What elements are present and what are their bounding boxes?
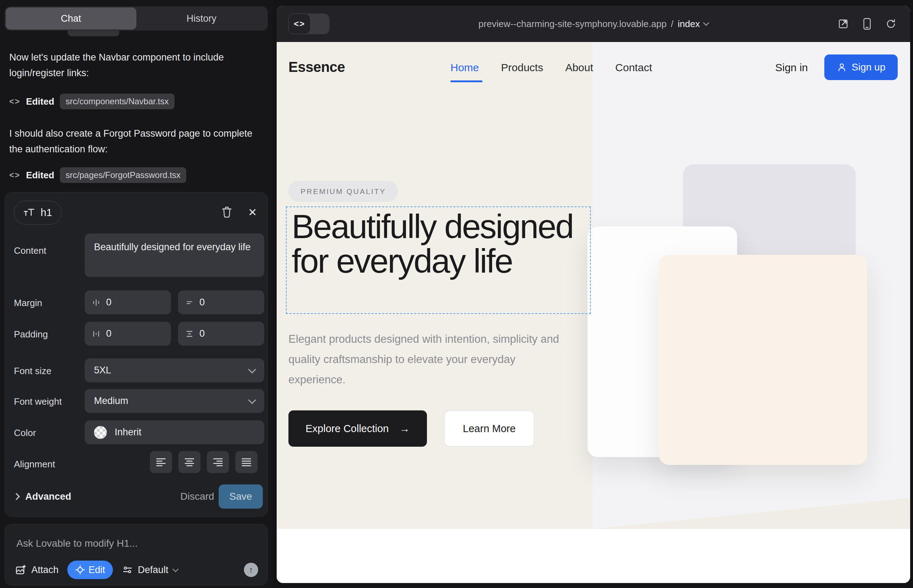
color-label: Color (14, 428, 36, 438)
element-tag-label: h1 (40, 207, 52, 218)
margin-y-value: 0 (199, 297, 205, 308)
font-weight-label: Font weight (14, 396, 62, 407)
chevron-down-icon (703, 20, 709, 26)
attach-button[interactable]: Attach (31, 564, 59, 575)
color-swatch (94, 426, 107, 439)
nav-link-contact[interactable]: Contact (615, 61, 652, 74)
nav-link-products[interactable]: Products (501, 61, 543, 74)
font-weight-select[interactable]: Medium (85, 389, 264, 413)
align-justify-button[interactable] (235, 451, 257, 473)
color-select[interactable]: Inherit (85, 420, 264, 444)
advanced-label: Advanced (25, 491, 71, 502)
default-mode-button[interactable]: Default (138, 564, 168, 575)
font-size-label: Font size (14, 365, 52, 376)
alignment-label: Alignment (14, 459, 55, 470)
mobile-view-icon[interactable] (863, 18, 872, 30)
hero-headline[interactable]: Beautifully designed for everyday life (287, 207, 590, 281)
edited-file-row[interactable]: <> Edited src/pages/ForgotPassword.tsx (9, 167, 186, 183)
browser-chrome: preview--charming-site-symphony.lovable.… (277, 6, 910, 42)
decorative-card-cream (659, 255, 867, 465)
content-input[interactable]: Beautifully designed for everyday life (85, 234, 264, 277)
url-separator: / (671, 18, 673, 29)
font-size-value: 5XL (94, 365, 111, 376)
discard-button[interactable]: Discard (180, 485, 215, 509)
alignment-group (150, 451, 257, 473)
save-button[interactable]: Save (219, 485, 263, 509)
hero-paragraph: Elegant products designed with intention… (288, 329, 566, 390)
delete-element-button[interactable] (219, 204, 235, 220)
type-icon (24, 208, 36, 218)
signup-button[interactable]: Sign up (824, 55, 898, 80)
margin-x-value: 0 (106, 297, 112, 308)
section-below-hero (277, 529, 910, 583)
margin-x-icon (92, 298, 100, 307)
align-left-button[interactable] (150, 451, 172, 473)
tab-chat[interactable]: Chat (6, 8, 136, 29)
app-root: Chat History Now let's update the Navbar… (0, 0, 913, 588)
sliders-icon (122, 564, 133, 575)
chevron-down-icon (172, 566, 178, 572)
target-icon (75, 565, 85, 575)
selection-outline[interactable]: Beautifully designed for everyday life (286, 207, 591, 314)
padding-x-value: 0 (106, 328, 112, 339)
edit-mode-button[interactable]: Edit (67, 561, 113, 579)
margin-label: Margin (14, 297, 42, 309)
hero-badge: PREMIUM QUALITY (288, 181, 398, 202)
chat-message: I should also create a Forgot Password p… (9, 126, 262, 157)
padding-y-value: 0 (199, 328, 205, 339)
file-badge[interactable]: src/pages/ForgotPassword.tsx (60, 167, 186, 183)
edited-label: Edited (26, 96, 54, 107)
align-center-button[interactable] (178, 451, 201, 473)
align-right-button[interactable] (207, 451, 229, 473)
explore-collection-button[interactable]: Explore Collection → (288, 410, 427, 447)
nav-link-home[interactable]: Home (450, 61, 479, 74)
code-icon: <> (9, 171, 20, 180)
prompt-card: Ask Lovable to modify H1... Attach (5, 524, 268, 585)
edited-label: Edited (26, 170, 54, 181)
margin-y-input[interactable]: 0 (178, 291, 264, 314)
padding-y-input[interactable]: 0 (178, 322, 264, 346)
tab-history[interactable]: History (136, 8, 267, 29)
padding-x-input[interactable]: 0 (85, 322, 171, 346)
chat-message: Now let's update the Navbar component to… (9, 50, 262, 81)
chevron-down-icon (248, 365, 256, 373)
element-editor-panel: h1 ✕ Content Beautifully designed for ev… (5, 192, 268, 517)
font-weight-value: Medium (94, 396, 128, 407)
chrome-actions (837, 6, 897, 42)
font-size-select[interactable]: 5XL (85, 359, 264, 382)
chat-sidebar: Chat History Now let's update the Navbar… (0, 0, 272, 588)
learn-more-button[interactable]: Learn More (444, 410, 534, 447)
site-content: Essence Home Products About Contact Sign… (277, 42, 910, 583)
code-preview-toggle[interactable]: <> (288, 13, 329, 34)
file-badge[interactable]: src/components/Navbar.tsx (60, 94, 174, 109)
arrow-right-icon: → (400, 423, 410, 435)
prompt-input[interactable]: Ask Lovable to modify H1... (16, 538, 138, 549)
signup-label: Sign up (852, 61, 885, 73)
signin-link[interactable]: Sign in (775, 61, 808, 74)
open-external-icon[interactable] (837, 18, 849, 29)
send-button[interactable]: ↑ (244, 563, 258, 577)
margin-y-icon (185, 298, 194, 307)
refresh-icon[interactable] (885, 18, 897, 29)
attach-image-icon (15, 564, 26, 575)
code-icon[interactable]: <> (288, 13, 311, 34)
site-logo[interactable]: Essence (288, 59, 345, 75)
url-page: index (678, 18, 700, 29)
explore-label: Explore Collection (306, 423, 389, 435)
chevron-right-icon (13, 493, 20, 500)
padding-x-icon (92, 330, 100, 338)
code-icon: <> (9, 97, 20, 107)
user-icon (837, 62, 847, 72)
color-value: Inherit (115, 427, 141, 438)
chat-history-tabbar: Chat History (5, 6, 268, 31)
margin-x-input[interactable]: 0 (85, 291, 171, 314)
selected-element-pill: h1 (14, 201, 62, 225)
nav-link-about[interactable]: About (565, 61, 593, 74)
advanced-toggle[interactable]: Advanced (14, 485, 71, 509)
content-label: Content (14, 245, 46, 256)
edited-file-row[interactable]: <> Edited src/components/Navbar.tsx (9, 93, 175, 110)
prompt-toolbar: Attach Edit Default (5, 560, 268, 580)
close-panel-button[interactable]: ✕ (244, 204, 261, 220)
url-bar[interactable]: preview--charming-site-symphony.lovable.… (277, 6, 910, 42)
edit-label: Edit (89, 564, 105, 575)
